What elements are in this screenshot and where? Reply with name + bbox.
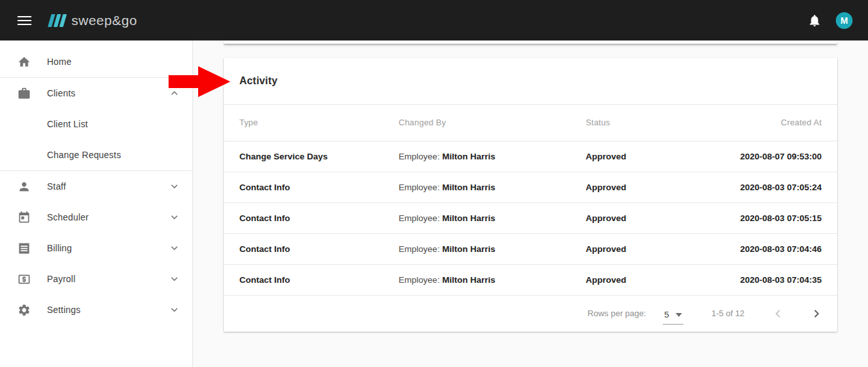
cell-status: Approved xyxy=(586,172,739,202)
cell-changed-by: Employee: Milton Harris xyxy=(399,202,586,233)
sidebar-item-payroll[interactable]: Payroll xyxy=(0,264,192,294)
chevron-down-icon xyxy=(168,242,181,255)
cell-created-at: 2020-08-03 07:04:35 xyxy=(739,264,838,295)
hamburger-menu-icon[interactable] xyxy=(17,13,32,28)
table-row[interactable]: Contact Info Employee: Milton Harris App… xyxy=(224,202,837,233)
sidebar-item-label: Staff xyxy=(47,181,66,192)
sidebar-item-client-list[interactable]: Client List xyxy=(0,109,192,139)
cell-changed-by: Employee: Milton Harris xyxy=(399,172,586,202)
sidebar-item-billing[interactable]: Billing xyxy=(0,233,192,264)
column-header-status: Status xyxy=(586,105,739,141)
receipt-icon xyxy=(17,242,31,255)
briefcase-icon xyxy=(17,87,31,100)
sidebar-item-clients[interactable]: Clients xyxy=(0,78,192,109)
changed-by-prefix: Employee: xyxy=(399,213,443,223)
chevron-down-icon xyxy=(168,303,181,316)
dropdown-caret-icon xyxy=(676,313,682,317)
table-row[interactable]: Change Service Days Employee: Milton Har… xyxy=(224,141,837,172)
cell-type: Contact Info xyxy=(224,233,399,264)
changed-by-name: Milton Harris xyxy=(442,183,495,192)
cell-changed-by: Employee: Milton Harris xyxy=(399,233,586,264)
main-content: Activity Type Changed By Status Created … xyxy=(194,40,868,367)
previous-page-button[interactable] xyxy=(770,306,786,321)
sidebar-item-label: Change Requests xyxy=(47,150,121,160)
sidebar-item-label: Client List xyxy=(47,119,88,129)
changed-by-name: Milton Harris xyxy=(442,275,495,285)
cell-status: Approved xyxy=(586,141,739,172)
table-row[interactable]: Contact Info Employee: Milton Harris App… xyxy=(224,264,837,295)
chevron-down-icon xyxy=(168,273,181,285)
logo-text: sweep&go xyxy=(71,13,137,28)
cell-status: Approved xyxy=(586,233,739,264)
sidebar-item-label: Settings xyxy=(47,305,80,315)
sidebar-item-label: Home xyxy=(47,57,71,67)
changed-by-name: Milton Harris xyxy=(442,244,495,254)
changed-by-prefix: Employee: xyxy=(399,183,443,192)
rows-per-page-select[interactable]: 5 xyxy=(663,309,683,325)
changed-by-name: Milton Harris xyxy=(442,152,495,161)
pagination-bar: Rows per page: 5 1-5 of 12 xyxy=(224,296,837,332)
cell-created-at: 2020-08-07 09:53:00 xyxy=(739,141,838,172)
sidebar-item-label: Billing xyxy=(47,243,72,253)
user-avatar[interactable]: M xyxy=(836,12,853,29)
annotation-arrow xyxy=(169,66,230,100)
sidebar-item-scheduler[interactable]: Scheduler xyxy=(0,202,192,233)
cell-type: Change Service Days xyxy=(224,141,399,172)
sidebar-item-label: Payroll xyxy=(47,274,75,284)
activity-table: Type Changed By Status Created At Change… xyxy=(224,105,837,296)
chevron-down-icon xyxy=(168,211,181,224)
app-logo[interactable]: sweep&go xyxy=(50,13,137,28)
column-header-created-at: Created At xyxy=(739,105,838,141)
sidebar-item-label: Scheduler xyxy=(47,212,89,222)
chevron-down-icon xyxy=(168,180,181,193)
cell-status: Approved xyxy=(586,202,739,233)
rows-per-page-label: Rows per page: xyxy=(587,309,646,318)
cell-created-at: 2020-08-03 07:05:15 xyxy=(739,202,838,233)
activity-card-header: Activity xyxy=(224,58,837,105)
app-bar: sweep&go M xyxy=(0,0,868,40)
previous-card-bottom-edge xyxy=(224,40,837,44)
next-page-button[interactable] xyxy=(809,306,824,321)
sidebar-item-home[interactable]: Home xyxy=(0,46,192,77)
person-icon xyxy=(17,180,31,193)
cell-status: Approved xyxy=(586,264,739,295)
cell-created-at: 2020-08-03 07:05:24 xyxy=(739,172,838,202)
calendar-icon xyxy=(17,211,31,224)
changed-by-name: Milton Harris xyxy=(442,213,495,223)
logo-bars-icon xyxy=(50,14,67,27)
pagination-range-label: 1-5 of 12 xyxy=(712,309,744,318)
notifications-bell-icon[interactable] xyxy=(808,13,822,28)
rows-per-page-value: 5 xyxy=(664,310,669,319)
table-header-row: Type Changed By Status Created At xyxy=(224,105,837,141)
column-header-changed-by: Changed By xyxy=(399,105,586,141)
cell-created-at: 2020-08-03 07:04:46 xyxy=(739,233,838,264)
cell-changed-by: Employee: Milton Harris xyxy=(399,141,586,172)
sidebar-item-staff[interactable]: Staff xyxy=(0,171,192,202)
gear-icon xyxy=(17,303,31,317)
home-icon xyxy=(17,55,31,69)
table-row[interactable]: Contact Info Employee: Milton Harris App… xyxy=(224,172,837,202)
cell-type: Contact Info xyxy=(224,172,399,202)
sidebar-item-settings[interactable]: Settings xyxy=(0,294,192,325)
sidebar-item-change-requests[interactable]: Change Requests xyxy=(0,139,192,170)
activity-title: Activity xyxy=(239,75,277,87)
activity-card: Activity Type Changed By Status Created … xyxy=(224,58,837,332)
changed-by-prefix: Employee: xyxy=(399,275,443,285)
cell-type: Contact Info xyxy=(224,264,399,295)
changed-by-prefix: Employee: xyxy=(399,152,443,161)
cell-changed-by: Employee: Milton Harris xyxy=(399,264,586,295)
sidebar-item-label: Clients xyxy=(47,88,75,98)
table-row[interactable]: Contact Info Employee: Milton Harris App… xyxy=(224,233,837,264)
sidebar-nav: Home Clients Client List Change Requests… xyxy=(0,40,193,367)
dollar-atm-icon xyxy=(17,273,31,286)
changed-by-prefix: Employee: xyxy=(399,244,443,254)
cell-type: Contact Info xyxy=(224,202,399,233)
column-header-type: Type xyxy=(224,105,399,141)
